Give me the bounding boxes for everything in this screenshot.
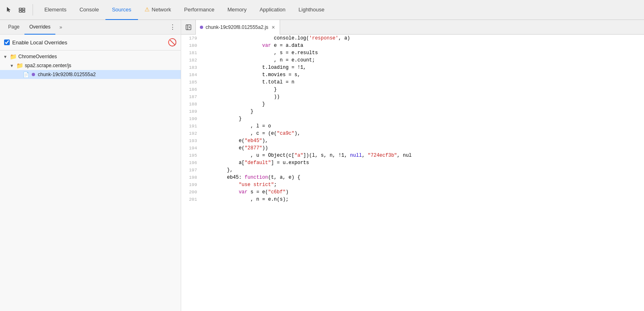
- tree-item-spa2[interactable]: ▼ 📁 spa2.scrape.center/js: [0, 61, 181, 70]
- devtools-icons: [3, 4, 33, 15]
- tab-application[interactable]: Application: [253, 0, 292, 20]
- code-line-199: 199 "use strict";: [181, 181, 644, 188]
- tree-item-chrome-overrides[interactable]: ▼ 📁 ChromeOverrides: [0, 52, 181, 61]
- file-dot: [32, 73, 35, 76]
- code-line-187: 187 )): [181, 93, 644, 101]
- code-tabs: chunk-19c920f8.012555a2.js ×: [181, 20, 644, 35]
- sidebar-tab-overrides[interactable]: Overrides: [24, 20, 55, 35]
- warning-icon: ⚠: [145, 6, 150, 13]
- code-line-181: 181 , s = e.results: [181, 49, 644, 57]
- code-line-193: 193 e("eb45"),: [181, 137, 644, 145]
- svg-rect-3: [22, 11, 25, 12]
- code-line-189: 189 }: [181, 108, 644, 115]
- toggle-sidebar-button[interactable]: [181, 20, 196, 35]
- code-line-191: 191 , l = o: [181, 123, 644, 130]
- svg-rect-0: [19, 8, 22, 10]
- sidebar-menu-button[interactable]: ⋮: [168, 22, 177, 32]
- tree-item-chunk-file[interactable]: 📄 chunk-19c920f8.012555a2: [0, 70, 181, 79]
- svg-rect-4: [186, 25, 191, 30]
- code-tab-chunk[interactable]: chunk-19c920f8.012555a2.js ×: [196, 20, 280, 35]
- code-line-182: 182 , n = e.count;: [181, 57, 644, 64]
- code-line-188: 188 }: [181, 101, 644, 108]
- code-line-180: 180 var e = a.data: [181, 42, 644, 49]
- tab-network[interactable]: ⚠ Network: [138, 0, 178, 20]
- tab-lighthouse[interactable]: Lighthouse: [292, 0, 331, 20]
- code-line-197: 197 },: [181, 166, 644, 174]
- main-layout: Page Overrides » ⋮ Enable Local Override…: [0, 20, 644, 311]
- inspect-icon[interactable]: [16, 4, 28, 15]
- code-line-190: 190 }: [181, 115, 644, 123]
- code-editor: chunk-19c920f8.012555a2.js × 179 console…: [181, 20, 644, 311]
- code-line-185: 185 t.total = n: [181, 79, 644, 86]
- block-icon[interactable]: 🚫: [168, 38, 177, 47]
- code-line-194: 194 e("2877")): [181, 145, 644, 152]
- folder-arrow: ▼: [3, 55, 8, 59]
- code-line-192: 192 , c = (e("ca9c"),: [181, 130, 644, 137]
- code-line-184: 184 t.movies = s,: [181, 71, 644, 79]
- sidebar-tab-page[interactable]: Page: [3, 20, 24, 35]
- sidebar: Page Overrides » ⋮ Enable Local Override…: [0, 20, 181, 311]
- tab-close-button[interactable]: ×: [271, 24, 276, 31]
- folder-icon-spa2: 📁: [16, 62, 23, 69]
- code-line-179: 179 console.log('response', a): [181, 35, 644, 42]
- tab-memory[interactable]: Memory: [221, 0, 253, 20]
- file-tree: ▼ 📁 ChromeOverrides ▼ 📁 spa2.scrape.cent…: [0, 50, 181, 311]
- tab-elements[interactable]: Elements: [38, 0, 73, 20]
- svg-rect-1: [22, 8, 25, 10]
- enable-overrides-label[interactable]: Enable Local Overrides: [4, 39, 67, 46]
- sidebar-tab-more[interactable]: »: [57, 20, 65, 35]
- subfolder-arrow: ▼: [10, 64, 15, 68]
- code-line-200: 200 var s = e("c6bf"): [181, 188, 644, 196]
- devtools-tab-bar: Elements Console Sources ⚠ Network Perfo…: [0, 0, 644, 20]
- code-line-196: 196 a["default"] = u.exports: [181, 159, 644, 166]
- code-line-186: 186 }: [181, 86, 644, 93]
- sidebar-tabs: Page Overrides » ⋮: [0, 20, 181, 35]
- overrides-section: Enable Local Overrides 🚫: [0, 35, 181, 50]
- tab-sources[interactable]: Sources: [105, 0, 138, 20]
- code-content[interactable]: 179 console.log('response', a) 180 var e…: [181, 35, 644, 311]
- tab-file-dot: [200, 26, 203, 29]
- code-line-201: 201 , n = e.n(s);: [181, 196, 644, 203]
- tab-console[interactable]: Console: [73, 0, 105, 20]
- tab-performance[interactable]: Performance: [177, 0, 221, 20]
- folder-icon-chrome-overrides: 📁: [10, 53, 17, 60]
- file-icon: 📄: [23, 72, 29, 78]
- code-line-183: 183 t.loading = !1,: [181, 64, 644, 71]
- cursor-icon[interactable]: [3, 4, 15, 15]
- code-line-195: 195 , u = Object(c["a"])(l, s, n, !1, nu…: [181, 152, 644, 159]
- svg-rect-2: [19, 11, 22, 12]
- enable-overrides-checkbox[interactable]: [4, 39, 10, 45]
- code-line-198: 198 eb45: function(t, a, e) {: [181, 174, 644, 181]
